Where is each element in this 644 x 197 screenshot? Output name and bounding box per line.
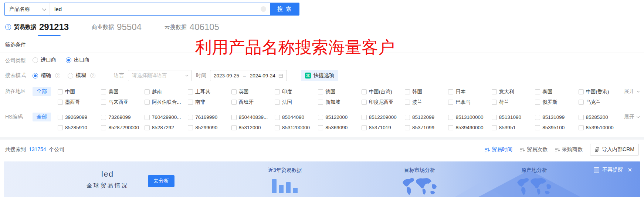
hs-code-checkbox-item[interactable]: 76169990 — [188, 113, 230, 122]
region-checkbox-item[interactable]: 墨西哥 — [58, 97, 99, 107]
search-button[interactable]: 搜 索 — [270, 3, 299, 16]
radio-circle-icon-selected[interactable] — [33, 73, 38, 79]
checkbox-icon[interactable] — [362, 89, 367, 94]
checkbox-icon[interactable] — [275, 100, 280, 105]
region-checkbox-item[interactable]: 中国(香港) — [579, 87, 620, 96]
region-checkbox-item[interactable]: 荷兰 — [492, 97, 533, 107]
checkbox-icon[interactable] — [405, 100, 410, 105]
region-all-pill[interactable]: 全部 — [33, 87, 51, 96]
hs-code-checkbox-item[interactable]: 39269099 — [58, 113, 99, 122]
region-checkbox-item[interactable]: 印度尼西亚 — [362, 97, 403, 107]
hs-code-checkbox-item[interactable]: 85299090 — [188, 123, 230, 132]
region-checkbox-item[interactable]: 俄罗斯 — [535, 97, 577, 107]
checkbox-icon[interactable] — [188, 89, 193, 94]
region-checkbox-item[interactable]: 意大利 — [492, 87, 533, 96]
checkbox-icon[interactable] — [145, 115, 150, 120]
checkbox-icon[interactable] — [231, 125, 237, 130]
checkbox-icon[interactable] — [448, 125, 453, 130]
region-checkbox-item[interactable]: 土耳其 — [188, 87, 230, 96]
hs-code-checkbox-item[interactable]: 8531200000 — [275, 123, 316, 132]
hs-code-checkbox-item[interactable]: 85285200 — [579, 113, 620, 122]
radio-circle-icon-selected[interactable] — [66, 57, 71, 63]
checkbox-icon[interactable] — [492, 89, 497, 94]
radio-exporter[interactable]: 出口商 — [66, 57, 89, 63]
checkbox-icon[interactable] — [318, 115, 323, 120]
checkbox-icon[interactable] — [362, 100, 367, 105]
checkbox-icon[interactable] — [58, 89, 63, 94]
region-checkbox-item[interactable]: 德国 — [318, 87, 360, 96]
import-crm-button[interactable]: 导入内部CRM — [590, 144, 639, 156]
banner-card-target-market[interactable]: 目标市场分析 — [401, 167, 438, 196]
checkbox-icon[interactable] — [535, 115, 540, 120]
checkbox-icon[interactable] — [101, 125, 106, 130]
checkbox-icon[interactable] — [188, 100, 193, 105]
checkbox-icon[interactable] — [188, 115, 193, 120]
radio-importer[interactable]: 进口商 — [33, 57, 56, 63]
checkbox-icon[interactable] — [101, 100, 106, 105]
checkbox-icon[interactable] — [448, 100, 453, 105]
search-input[interactable] — [50, 3, 261, 15]
hs-code-checkbox-item[interactable]: 8539490000 — [448, 123, 490, 132]
hs-code-checkbox-item[interactable]: 8513100000 — [448, 113, 490, 122]
sort-buyer-count[interactable]: 采购商数 — [555, 146, 583, 153]
region-checkbox-item[interactable]: 乌克兰 — [579, 97, 620, 107]
hs-code-checkbox-item[interactable]: 85044090 — [275, 113, 316, 122]
checkbox-icon[interactable] — [535, 125, 540, 130]
checkbox-icon[interactable] — [405, 89, 410, 94]
hs-code-checkbox-item[interactable]: 8512209000 — [362, 113, 403, 122]
region-checkbox-item[interactable]: 西班牙 — [231, 97, 273, 107]
hs-code-checkbox-item[interactable]: 85312000 — [231, 123, 273, 132]
region-checkbox-item[interactable]: 巴拿马 — [448, 97, 490, 107]
region-checkbox-item[interactable]: 印度 — [275, 87, 316, 96]
hs-code-checkbox-item[interactable]: 85395100 — [535, 123, 577, 132]
region-checkbox-item[interactable]: 泰国 — [535, 87, 577, 96]
checkbox-icon[interactable] — [535, 89, 540, 94]
checkbox-icon[interactable] — [58, 100, 63, 105]
hs-code-checkbox-item[interactable]: 85369090 — [318, 123, 360, 132]
radio-circle-icon[interactable] — [68, 73, 73, 79]
region-checkbox-item[interactable]: 马来西亚 — [101, 97, 143, 107]
checkbox-icon[interactable] — [231, 115, 237, 120]
banner-card-origin-analysis[interactable]: 原产地分析 — [516, 167, 553, 196]
hs-code-checkbox-item[interactable]: 85131090 — [492, 113, 533, 122]
analyze-button[interactable]: 去分析 — [148, 175, 174, 187]
tab-trade-data[interactable]: ? 贸易数据 291213 — [5, 23, 69, 36]
radio-fuzzy-mode[interactable]: 模糊 ? — [68, 72, 95, 79]
date-range-picker[interactable]: 2023-09-25 → 2024-09-24 — [210, 70, 287, 81]
region-checkbox-item[interactable]: 中国 — [58, 87, 99, 96]
hs-code-checkbox-item[interactable]: 760429900... — [145, 113, 186, 122]
radio-circle-icon[interactable] — [33, 57, 38, 63]
region-checkbox-item[interactable]: 日本 — [448, 87, 490, 96]
checkbox-icon[interactable] — [275, 89, 280, 94]
checkbox-icon[interactable] — [448, 115, 453, 120]
hs-code-checkbox-item[interactable]: 85371099 — [405, 123, 447, 132]
region-checkbox-item[interactable]: 法国 — [275, 97, 316, 107]
checkbox-icon[interactable] — [579, 125, 584, 130]
hs-code-checkbox-item[interactable]: 85371019 — [362, 123, 403, 132]
hs-code-checkbox-item[interactable]: 73269099 — [101, 113, 143, 122]
sort-trade-time[interactable]: 贸易时间 — [485, 146, 512, 153]
region-checkbox-item[interactable]: 中国(台湾) — [362, 87, 403, 96]
hs-code-checkbox-item[interactable]: 85122099 — [405, 113, 447, 122]
info-icon[interactable]: ? — [90, 73, 95, 78]
hs-code-checkbox-item[interactable]: 85122000 — [318, 113, 360, 122]
sort-trade-count[interactable]: 贸易次数 — [520, 146, 548, 153]
checkbox-icon[interactable] — [58, 115, 63, 120]
checkbox-icon[interactable] — [275, 125, 280, 130]
results-count[interactable]: 131754 — [29, 146, 46, 152]
checkbox-icon[interactable] — [58, 125, 63, 130]
hs-code-all-pill[interactable]: 全部 — [33, 113, 51, 121]
checkbox-icon[interactable] — [275, 115, 280, 120]
date-end-value[interactable]: 2024-09-24 — [250, 73, 275, 79]
region-checkbox-item[interactable]: 韩国 — [405, 87, 447, 96]
checkbox-icon[interactable] — [145, 125, 150, 130]
checkbox-icon[interactable] — [405, 125, 410, 130]
quick-options-button[interactable]: ⌘ 快捷选项 — [301, 70, 338, 81]
hs-code-checkbox-item[interactable]: 85131099 — [535, 113, 577, 122]
close-icon[interactable]: ✕ — [627, 167, 632, 173]
search-category-select[interactable]: 产品名称 — [5, 3, 50, 15]
checkbox-icon[interactable] — [101, 89, 106, 94]
language-select[interactable]: 请选择翻译语言 — [128, 70, 191, 81]
checkbox-icon[interactable] — [318, 100, 323, 105]
clear-icon[interactable] — [261, 6, 266, 12]
